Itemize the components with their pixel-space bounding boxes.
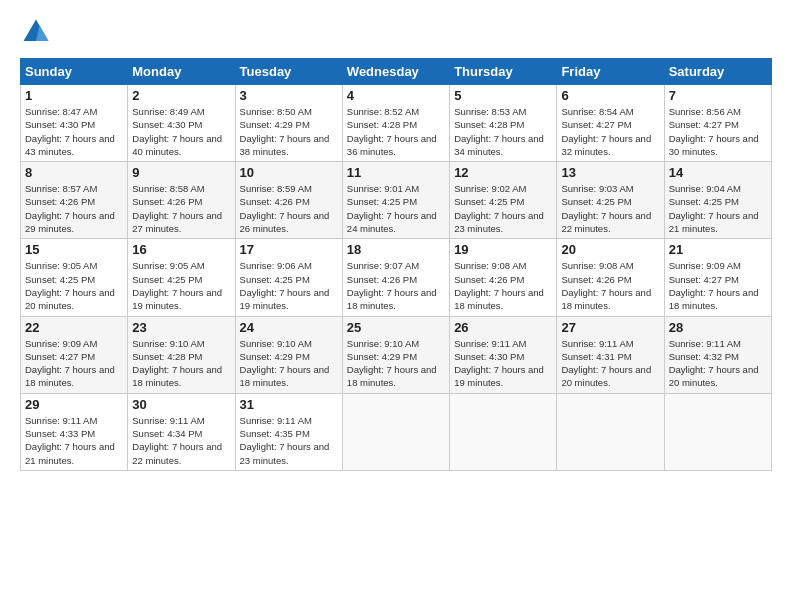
calendar-cell: 9Sunrise: 8:58 AMSunset: 4:26 PMDaylight… bbox=[128, 162, 235, 239]
day-number: 7 bbox=[669, 88, 767, 103]
day-info: Sunrise: 9:11 AMSunset: 4:34 PMDaylight:… bbox=[132, 414, 230, 467]
day-info: Sunrise: 8:54 AMSunset: 4:27 PMDaylight:… bbox=[561, 105, 659, 158]
day-info: Sunrise: 8:52 AMSunset: 4:28 PMDaylight:… bbox=[347, 105, 445, 158]
calendar-cell: 7Sunrise: 8:56 AMSunset: 4:27 PMDaylight… bbox=[664, 85, 771, 162]
day-info: Sunrise: 8:50 AMSunset: 4:29 PMDaylight:… bbox=[240, 105, 338, 158]
day-number: 12 bbox=[454, 165, 552, 180]
calendar-cell: 17Sunrise: 9:06 AMSunset: 4:25 PMDayligh… bbox=[235, 239, 342, 316]
calendar-cell: 20Sunrise: 9:08 AMSunset: 4:26 PMDayligh… bbox=[557, 239, 664, 316]
logo bbox=[20, 16, 56, 48]
calendar-cell: 27Sunrise: 9:11 AMSunset: 4:31 PMDayligh… bbox=[557, 316, 664, 393]
day-info: Sunrise: 9:06 AMSunset: 4:25 PMDaylight:… bbox=[240, 259, 338, 312]
day-number: 2 bbox=[132, 88, 230, 103]
day-info: Sunrise: 8:56 AMSunset: 4:27 PMDaylight:… bbox=[669, 105, 767, 158]
calendar-cell: 2Sunrise: 8:49 AMSunset: 4:30 PMDaylight… bbox=[128, 85, 235, 162]
day-number: 17 bbox=[240, 242, 338, 257]
day-number: 14 bbox=[669, 165, 767, 180]
day-number: 30 bbox=[132, 397, 230, 412]
weekday-header-saturday: Saturday bbox=[664, 59, 771, 85]
weekday-header-wednesday: Wednesday bbox=[342, 59, 449, 85]
weekday-header-tuesday: Tuesday bbox=[235, 59, 342, 85]
day-info: Sunrise: 9:07 AMSunset: 4:26 PMDaylight:… bbox=[347, 259, 445, 312]
day-info: Sunrise: 9:05 AMSunset: 4:25 PMDaylight:… bbox=[25, 259, 123, 312]
week-row-4: 22Sunrise: 9:09 AMSunset: 4:27 PMDayligh… bbox=[21, 316, 772, 393]
calendar-cell: 19Sunrise: 9:08 AMSunset: 4:26 PMDayligh… bbox=[450, 239, 557, 316]
day-info: Sunrise: 8:47 AMSunset: 4:30 PMDaylight:… bbox=[25, 105, 123, 158]
day-number: 4 bbox=[347, 88, 445, 103]
calendar: SundayMondayTuesdayWednesdayThursdayFrid… bbox=[20, 58, 772, 471]
calendar-cell: 24Sunrise: 9:10 AMSunset: 4:29 PMDayligh… bbox=[235, 316, 342, 393]
calendar-cell bbox=[664, 393, 771, 470]
day-number: 8 bbox=[25, 165, 123, 180]
calendar-cell: 10Sunrise: 8:59 AMSunset: 4:26 PMDayligh… bbox=[235, 162, 342, 239]
weekday-header-sunday: Sunday bbox=[21, 59, 128, 85]
day-info: Sunrise: 8:59 AMSunset: 4:26 PMDaylight:… bbox=[240, 182, 338, 235]
weekday-header-monday: Monday bbox=[128, 59, 235, 85]
day-number: 1 bbox=[25, 88, 123, 103]
calendar-cell: 21Sunrise: 9:09 AMSunset: 4:27 PMDayligh… bbox=[664, 239, 771, 316]
calendar-cell: 3Sunrise: 8:50 AMSunset: 4:29 PMDaylight… bbox=[235, 85, 342, 162]
calendar-cell: 8Sunrise: 8:57 AMSunset: 4:26 PMDaylight… bbox=[21, 162, 128, 239]
calendar-cell: 14Sunrise: 9:04 AMSunset: 4:25 PMDayligh… bbox=[664, 162, 771, 239]
calendar-cell: 13Sunrise: 9:03 AMSunset: 4:25 PMDayligh… bbox=[557, 162, 664, 239]
header bbox=[20, 16, 772, 48]
day-info: Sunrise: 8:57 AMSunset: 4:26 PMDaylight:… bbox=[25, 182, 123, 235]
day-info: Sunrise: 9:09 AMSunset: 4:27 PMDaylight:… bbox=[25, 337, 123, 390]
day-info: Sunrise: 9:11 AMSunset: 4:33 PMDaylight:… bbox=[25, 414, 123, 467]
day-number: 19 bbox=[454, 242, 552, 257]
day-number: 31 bbox=[240, 397, 338, 412]
day-number: 18 bbox=[347, 242, 445, 257]
calendar-cell: 29Sunrise: 9:11 AMSunset: 4:33 PMDayligh… bbox=[21, 393, 128, 470]
day-number: 13 bbox=[561, 165, 659, 180]
calendar-cell: 28Sunrise: 9:11 AMSunset: 4:32 PMDayligh… bbox=[664, 316, 771, 393]
calendar-cell bbox=[450, 393, 557, 470]
day-info: Sunrise: 9:11 AMSunset: 4:32 PMDaylight:… bbox=[669, 337, 767, 390]
calendar-cell: 31Sunrise: 9:11 AMSunset: 4:35 PMDayligh… bbox=[235, 393, 342, 470]
day-number: 3 bbox=[240, 88, 338, 103]
calendar-cell: 1Sunrise: 8:47 AMSunset: 4:30 PMDaylight… bbox=[21, 85, 128, 162]
calendar-cell: 18Sunrise: 9:07 AMSunset: 4:26 PMDayligh… bbox=[342, 239, 449, 316]
week-row-2: 8Sunrise: 8:57 AMSunset: 4:26 PMDaylight… bbox=[21, 162, 772, 239]
day-number: 9 bbox=[132, 165, 230, 180]
logo-icon bbox=[20, 16, 52, 48]
day-number: 5 bbox=[454, 88, 552, 103]
calendar-cell: 11Sunrise: 9:01 AMSunset: 4:25 PMDayligh… bbox=[342, 162, 449, 239]
day-number: 20 bbox=[561, 242, 659, 257]
week-row-5: 29Sunrise: 9:11 AMSunset: 4:33 PMDayligh… bbox=[21, 393, 772, 470]
weekday-header-thursday: Thursday bbox=[450, 59, 557, 85]
week-row-1: 1Sunrise: 8:47 AMSunset: 4:30 PMDaylight… bbox=[21, 85, 772, 162]
day-number: 24 bbox=[240, 320, 338, 335]
calendar-cell: 12Sunrise: 9:02 AMSunset: 4:25 PMDayligh… bbox=[450, 162, 557, 239]
day-info: Sunrise: 9:05 AMSunset: 4:25 PMDaylight:… bbox=[132, 259, 230, 312]
day-number: 22 bbox=[25, 320, 123, 335]
day-info: Sunrise: 9:03 AMSunset: 4:25 PMDaylight:… bbox=[561, 182, 659, 235]
day-number: 26 bbox=[454, 320, 552, 335]
calendar-cell: 23Sunrise: 9:10 AMSunset: 4:28 PMDayligh… bbox=[128, 316, 235, 393]
day-number: 15 bbox=[25, 242, 123, 257]
day-info: Sunrise: 9:11 AMSunset: 4:31 PMDaylight:… bbox=[561, 337, 659, 390]
calendar-cell bbox=[557, 393, 664, 470]
day-info: Sunrise: 8:49 AMSunset: 4:30 PMDaylight:… bbox=[132, 105, 230, 158]
calendar-cell bbox=[342, 393, 449, 470]
day-info: Sunrise: 9:09 AMSunset: 4:27 PMDaylight:… bbox=[669, 259, 767, 312]
week-row-3: 15Sunrise: 9:05 AMSunset: 4:25 PMDayligh… bbox=[21, 239, 772, 316]
day-info: Sunrise: 8:53 AMSunset: 4:28 PMDaylight:… bbox=[454, 105, 552, 158]
day-info: Sunrise: 9:08 AMSunset: 4:26 PMDaylight:… bbox=[561, 259, 659, 312]
day-info: Sunrise: 9:08 AMSunset: 4:26 PMDaylight:… bbox=[454, 259, 552, 312]
day-info: Sunrise: 9:10 AMSunset: 4:29 PMDaylight:… bbox=[240, 337, 338, 390]
calendar-cell: 26Sunrise: 9:11 AMSunset: 4:30 PMDayligh… bbox=[450, 316, 557, 393]
calendar-cell: 15Sunrise: 9:05 AMSunset: 4:25 PMDayligh… bbox=[21, 239, 128, 316]
day-number: 10 bbox=[240, 165, 338, 180]
day-info: Sunrise: 9:10 AMSunset: 4:28 PMDaylight:… bbox=[132, 337, 230, 390]
calendar-cell: 22Sunrise: 9:09 AMSunset: 4:27 PMDayligh… bbox=[21, 316, 128, 393]
day-number: 6 bbox=[561, 88, 659, 103]
weekday-header-friday: Friday bbox=[557, 59, 664, 85]
calendar-cell: 16Sunrise: 9:05 AMSunset: 4:25 PMDayligh… bbox=[128, 239, 235, 316]
day-number: 29 bbox=[25, 397, 123, 412]
day-info: Sunrise: 9:10 AMSunset: 4:29 PMDaylight:… bbox=[347, 337, 445, 390]
day-number: 16 bbox=[132, 242, 230, 257]
day-number: 23 bbox=[132, 320, 230, 335]
day-number: 25 bbox=[347, 320, 445, 335]
day-number: 28 bbox=[669, 320, 767, 335]
day-info: Sunrise: 9:01 AMSunset: 4:25 PMDaylight:… bbox=[347, 182, 445, 235]
